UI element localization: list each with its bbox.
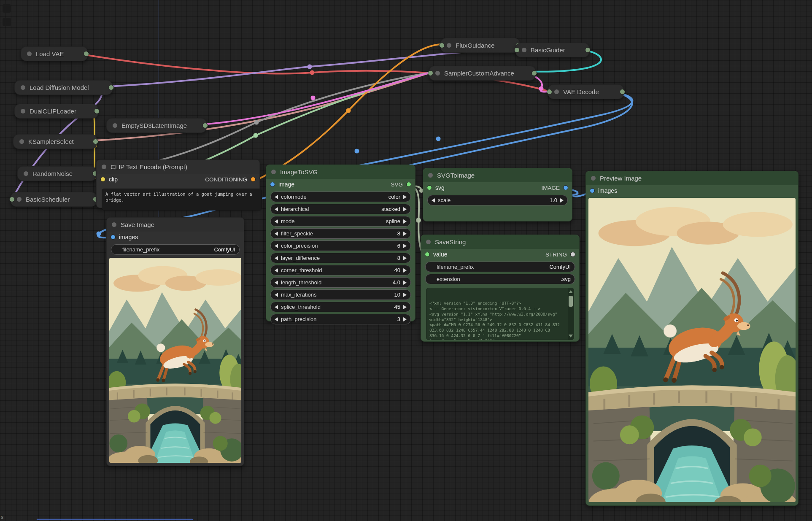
filter-speckle-widget[interactable]: filter_speckle 8: [270, 228, 411, 239]
collapse-dot[interactable]: [447, 43, 451, 48]
decrement-icon[interactable]: [275, 317, 278, 321]
collapse-dot[interactable]: [21, 109, 25, 113]
increment-icon[interactable]: [403, 317, 407, 321]
collapse-dot[interactable]: [113, 123, 117, 128]
node-header[interactable]: Save Image: [107, 218, 244, 232]
conditioning-output-port[interactable]: [251, 177, 256, 182]
node-dual-clip-loader[interactable]: DualCLIPLoader: [14, 104, 98, 119]
image-output-port[interactable]: [563, 185, 568, 190]
collapse-dot[interactable]: [435, 71, 440, 76]
image-input-port[interactable]: [270, 182, 275, 187]
collapse-dot[interactable]: [522, 48, 526, 52]
filename-prefix-widget[interactable]: filename_prefix ComfyUI: [111, 244, 240, 255]
input-port[interactable]: [514, 47, 520, 53]
scroll-up-icon[interactable]: [569, 290, 573, 293]
decrement-icon[interactable]: [275, 195, 278, 199]
path-precision-widget[interactable]: path_precision 3: [270, 314, 411, 324]
scrollbar[interactable]: [568, 288, 574, 340]
svg-input-port[interactable]: [427, 185, 432, 190]
decrement-icon[interactable]: [432, 198, 435, 202]
increment-icon[interactable]: [560, 198, 564, 202]
decrement-icon[interactable]: [275, 244, 278, 248]
filename-prefix-widget[interactable]: filename_prefix ComfyUI: [425, 262, 575, 272]
collapse-dot[interactable]: [24, 171, 28, 176]
node-empty-sd3-latent[interactable]: EmptySD3LatentImage: [106, 118, 207, 133]
decrement-icon[interactable]: [275, 281, 278, 285]
node-save-image[interactable]: Save Image images filename_prefix ComfyU…: [106, 217, 244, 466]
extension-widget[interactable]: extension .svg: [425, 274, 575, 284]
corner-threshold-widget[interactable]: corner_threshold 40: [270, 265, 411, 275]
node-preview-image[interactable]: Preview Image images: [585, 171, 799, 506]
hierarchical-widget[interactable]: hierarchical stacked: [270, 204, 411, 214]
decrement-icon[interactable]: [275, 232, 278, 236]
decrement-icon[interactable]: [275, 305, 278, 309]
node-vae-decode[interactable]: VAE Decode: [548, 84, 624, 99]
collapse-dot[interactable]: [27, 51, 32, 56]
prompt-text-area[interactable]: A flat vector art illustration of a goat…: [102, 189, 262, 211]
node-header[interactable]: ImageToSVG: [266, 165, 415, 179]
splice-threshold-widget[interactable]: splice_threshold 45: [270, 302, 411, 312]
increment-icon[interactable]: [403, 256, 407, 260]
node-image-to-svg[interactable]: ImageToSVG image SVG colormode color hie…: [266, 165, 415, 321]
scroll-down-icon[interactable]: [569, 335, 573, 337]
output-port[interactable]: [108, 85, 114, 90]
decrement-icon[interactable]: [275, 268, 278, 273]
images-input-port[interactable]: [590, 188, 595, 193]
increment-icon[interactable]: [403, 268, 407, 273]
node-header[interactable]: SaveString: [421, 235, 579, 249]
output-port[interactable]: [93, 139, 98, 144]
node-load-diffusion-model[interactable]: Load Diffusion Model: [14, 80, 113, 95]
node-basic-scheduler[interactable]: BasicScheduler: [11, 192, 97, 207]
canvas-menu-button-2[interactable]: [3, 18, 11, 26]
output-port[interactable]: [620, 89, 625, 94]
decrement-icon[interactable]: [275, 207, 278, 211]
collapse-dot[interactable]: [591, 176, 596, 181]
max-iterations-widget[interactable]: max_iterations 10: [270, 289, 411, 300]
node-random-noise[interactable]: RandomNoise: [17, 166, 97, 181]
decrement-icon[interactable]: [275, 219, 278, 224]
node-svg-to-image[interactable]: SVGToImage svg IMAGE scale 1.0: [423, 168, 572, 221]
decrement-icon[interactable]: [275, 293, 278, 297]
svg-output-port[interactable]: [406, 182, 411, 187]
node-header[interactable]: CLIP Text Encode (Prompt): [97, 160, 259, 174]
increment-icon[interactable]: [403, 293, 407, 297]
increment-icon[interactable]: [403, 305, 407, 309]
increment-icon[interactable]: [403, 244, 407, 248]
increment-icon[interactable]: [403, 281, 407, 285]
node-save-string[interactable]: SaveString value STRING filename_prefix …: [421, 235, 580, 342]
collapse-dot[interactable]: [21, 85, 25, 90]
scale-widget[interactable]: scale 1.0: [427, 195, 568, 205]
collapse-dot[interactable]: [271, 170, 276, 174]
collapse-dot[interactable]: [554, 89, 559, 94]
collapse-dot[interactable]: [19, 139, 24, 144]
string-output-port[interactable]: [570, 252, 575, 257]
output-port[interactable]: [202, 123, 208, 128]
images-input-port[interactable]: [111, 235, 116, 240]
scroll-thumb[interactable]: [569, 296, 573, 307]
layer-difference-widget[interactable]: layer_difference 8: [270, 253, 411, 263]
node-header[interactable]: SVGToImage: [423, 168, 572, 182]
node-basic-guider[interactable]: BasicGuider: [515, 43, 589, 57]
node-clip-text-encode[interactable]: CLIP Text Encode (Prompt) clip CONDITION…: [96, 159, 260, 208]
collapse-dot[interactable]: [17, 197, 22, 202]
value-input-port[interactable]: [425, 252, 430, 257]
input-port[interactable]: [428, 70, 433, 76]
collapse-dot[interactable]: [428, 173, 433, 178]
input-port[interactable]: [9, 197, 15, 202]
colormode-widget[interactable]: colormode color: [270, 192, 411, 202]
input-port[interactable]: [547, 89, 552, 94]
output-port[interactable]: [94, 108, 100, 114]
output-port[interactable]: [531, 70, 537, 76]
output-port[interactable]: [585, 47, 591, 53]
canvas-menu-button[interactable]: [3, 4, 11, 13]
collapse-dot[interactable]: [102, 165, 106, 169]
increment-icon[interactable]: [403, 232, 407, 236]
length-threshold-widget[interactable]: length_threshold 4.0: [270, 277, 411, 288]
node-ksampler-select[interactable]: KSamplerSelect: [13, 134, 97, 149]
increment-icon[interactable]: [403, 207, 407, 211]
increment-icon[interactable]: [403, 195, 407, 199]
node-sampler-custom-advance[interactable]: SamplerCustomAdvance: [429, 66, 536, 81]
svg-code-text-area[interactable]: <?xml version="1.0" encoding="UTF-8"?> <…: [426, 288, 574, 340]
clip-input-port[interactable]: [100, 177, 105, 182]
color-precision-widget[interactable]: color_precision 6: [270, 240, 411, 251]
